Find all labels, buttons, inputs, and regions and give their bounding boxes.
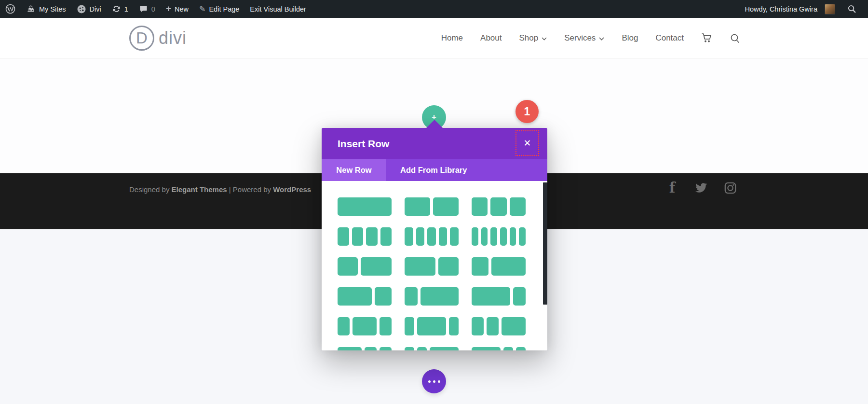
layout-column-block	[416, 227, 425, 246]
row-layout-option[interactable]	[472, 287, 526, 306]
layout-column-block	[338, 287, 372, 306]
row-layout-option[interactable]	[405, 287, 459, 306]
edit-page-label: Edit Page	[209, 5, 239, 13]
row-layout-option[interactable]	[338, 347, 392, 350]
main-nav: Home About Shop Services Blog Co	[441, 18, 740, 58]
nav-label: Blog	[622, 33, 638, 43]
divi-menu[interactable]: Divi	[71, 0, 107, 18]
layout-column-block	[420, 287, 459, 306]
tab-label: New Row	[336, 166, 371, 175]
admin-search-button[interactable]	[841, 0, 863, 18]
nav-item-home[interactable]: Home	[441, 33, 463, 43]
credit-prefix: Designed by	[129, 185, 172, 194]
layout-column-block	[405, 227, 413, 246]
admin-bar-right: Howdy, Christina Gwira	[740, 0, 868, 18]
wordpress-logo-icon	[5, 4, 15, 14]
row-layout-option[interactable]	[405, 347, 459, 350]
modal-close-button[interactable]: ✕	[515, 130, 539, 156]
row-layout-option[interactable]	[472, 227, 526, 246]
row-layout-option[interactable]	[338, 227, 392, 246]
twitter-icon	[694, 182, 708, 194]
exit-visual-builder-button[interactable]: Exit Visual Builder	[244, 0, 312, 18]
row-layout-option[interactable]	[472, 347, 526, 350]
modal-body	[322, 181, 547, 350]
wordpress-menu-button[interactable]	[0, 0, 21, 18]
cart-button[interactable]	[701, 33, 713, 43]
row-layout-option[interactable]	[338, 257, 392, 276]
layout-column-block	[338, 257, 358, 276]
row-layout-option[interactable]	[405, 257, 459, 276]
layout-column-block	[338, 197, 392, 216]
modal-header: Insert Row ✕	[322, 128, 547, 159]
facebook-link[interactable]: f	[665, 180, 680, 195]
site-logo[interactable]: D divi	[129, 26, 187, 51]
instagram-icon	[724, 181, 737, 195]
edit-page-button[interactable]: ✎ Edit Page	[194, 0, 244, 18]
row-layout-option[interactable]	[472, 257, 526, 276]
nav-item-services[interactable]: Services	[564, 33, 604, 43]
tab-label: Add From Library	[400, 166, 467, 175]
comment-count: 0	[151, 5, 155, 13]
nav-item-blog[interactable]: Blog	[622, 33, 638, 43]
layout-column-block	[417, 347, 427, 350]
row-layout-option[interactable]	[405, 317, 459, 335]
twitter-link[interactable]	[693, 180, 709, 195]
admin-bar-left: My Sites Divi	[0, 0, 312, 18]
step-number: 1	[524, 105, 530, 118]
facebook-icon: f	[669, 180, 675, 196]
nav-label: Contact	[655, 33, 684, 43]
row-layout-option[interactable]	[405, 227, 459, 246]
new-content-menu[interactable]: + New	[161, 0, 194, 18]
layout-column-block	[510, 227, 516, 246]
layout-column-block	[472, 347, 501, 350]
comments-menu[interactable]: 0	[134, 0, 161, 18]
layout-column-block	[516, 347, 526, 350]
layout-column-block	[427, 227, 436, 246]
row-layouts-grid	[322, 181, 547, 350]
row-layout-option[interactable]	[472, 197, 526, 216]
chevron-down-icon	[599, 33, 604, 43]
layout-column-block	[430, 347, 459, 350]
layout-column-block	[513, 287, 526, 306]
tab-add-from-library[interactable]: Add From Library	[386, 159, 467, 181]
nav-label: Home	[441, 33, 463, 43]
layout-column-block	[481, 227, 488, 246]
insert-row-modal: Insert Row ✕ New Row Add From Library	[322, 128, 547, 350]
header-search-button[interactable]	[730, 33, 740, 43]
nav-item-shop[interactable]: Shop	[519, 33, 547, 43]
credit-elegant-themes-link[interactable]: Elegant Themes	[172, 185, 227, 194]
wp-admin-bar: My Sites Divi	[0, 0, 868, 18]
row-layout-option[interactable]	[472, 317, 526, 335]
layout-column-block	[338, 347, 362, 350]
credit-wordpress-link[interactable]: WordPress	[273, 185, 311, 194]
page: My Sites Divi	[0, 0, 868, 404]
tab-new-row[interactable]: New Row	[322, 159, 386, 181]
divi-icon	[77, 4, 86, 14]
row-layout-option[interactable]	[338, 197, 392, 216]
layout-column-block	[439, 227, 448, 246]
nav-label: Shop	[519, 33, 538, 43]
layout-column-block	[433, 197, 459, 216]
nav-item-contact[interactable]: Contact	[655, 33, 684, 43]
page-settings-button[interactable]	[422, 369, 446, 393]
nav-item-about[interactable]: About	[480, 33, 502, 43]
row-layout-option[interactable]	[338, 317, 392, 335]
layout-column-block	[519, 227, 526, 246]
modal-title: Insert Row	[338, 138, 389, 150]
row-layout-option[interactable]	[405, 197, 459, 216]
row-layout-option[interactable]	[338, 287, 392, 306]
layout-column-block	[417, 317, 446, 335]
footer-social-links: f	[665, 180, 738, 195]
my-account-menu[interactable]: Howdy, Christina Gwira	[740, 0, 841, 18]
instagram-link[interactable]	[722, 180, 738, 195]
layout-column-block	[365, 347, 377, 350]
updates-menu[interactable]: 1	[107, 0, 134, 18]
layout-column-block	[380, 347, 392, 350]
howdy-label: Howdy, Christina Gwira	[745, 5, 817, 13]
my-sites-menu[interactable]: My Sites	[21, 0, 71, 18]
layout-column-block	[380, 227, 392, 246]
layout-column-block	[472, 287, 510, 306]
dot	[433, 380, 435, 383]
footer-credit: Designed by Elegant Themes | Powered by …	[129, 185, 311, 194]
modal-scrollbar[interactable]	[543, 182, 547, 305]
